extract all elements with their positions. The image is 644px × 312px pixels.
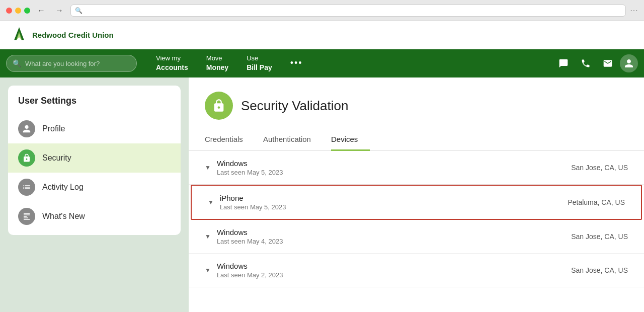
device-name: iPhone [220,194,562,202]
profile-icon [18,120,35,137]
chevron-icon: ▼ [205,233,211,240]
nav-billpay-top: Use [247,54,258,63]
sidebar-profile-label: Profile [42,124,65,133]
device-item[interactable]: ▼ Windows Last seen May 5, 2023 San Jose… [189,151,644,185]
sidebar-item-security[interactable]: Security [8,143,181,173]
user-avatar[interactable] [620,54,638,72]
sidebar-item-whats-new[interactable]: What's New [8,202,181,231]
tab-devices[interactable]: Devices [331,130,370,151]
email-button[interactable] [598,53,618,73]
nav-link-money[interactable]: Move Money [197,54,237,72]
device-location: San Jose, CA, US [571,266,628,274]
sidebar-security-label: Security [42,153,71,163]
tab-credentials[interactable]: Credentials [205,130,255,151]
search-icon: 🔍 [13,59,21,67]
traffic-lights [6,8,30,14]
sidebar: User Settings Profile Security [0,77,189,312]
device-item-highlighted[interactable]: ▼ iPhone Last seen May 5, 2023 Petaluma,… [191,185,642,220]
address-bar[interactable]: 🔍 [70,5,626,17]
device-name: Windows [217,159,565,168]
search-bar[interactable]: 🔍 [6,55,137,72]
device-location: San Jose, CA, US [571,232,628,241]
nav-accounts-sub: Accounts [156,63,188,72]
app: Redwood Credit Union 🔍 View my Accounts … [0,21,644,312]
device-last-seen: Last seen May 5, 2023 [220,203,562,211]
phone-icon [581,58,591,68]
sidebar-item-profile[interactable]: Profile [8,114,181,143]
sv-icon [205,92,233,120]
sidebar-card: User Settings Profile Security [8,86,181,235]
logo-icon [10,26,28,44]
nav-bar: 🔍 View my Accounts Move Money Use Bill P… [0,49,644,77]
device-last-seen: Last seen May 4, 2023 [217,238,565,245]
security-icon [18,149,35,167]
device-location: Petaluma, CA, US [568,198,625,206]
device-location: San Jose, CA, US [571,164,628,172]
logo[interactable]: Redwood Credit Union [10,26,114,44]
device-info: Windows Last seen May 4, 2023 [217,228,565,245]
device-last-seen: Last seen May 2, 2023 [217,271,565,279]
chat-button[interactable] [553,53,574,73]
device-list: ▼ Windows Last seen May 5, 2023 San Jose… [189,151,644,287]
sv-title: Security Validation [241,98,348,114]
sidebar-item-activity-log[interactable]: Activity Log [8,173,181,202]
toolbar-icon: ⋯ [630,6,638,15]
sidebar-activity-label: Activity Log [42,183,84,192]
device-last-seen: Last seen May 5, 2023 [217,169,565,176]
top-bar: Redwood Credit Union [0,21,644,49]
address-search-icon: 🔍 [75,7,83,14]
nav-money-sub: Money [206,63,228,72]
search-input[interactable] [25,60,130,67]
nav-link-billpay[interactable]: Use Bill Pay [237,54,281,72]
content-panel: Security Validation Credentials Authenti… [189,77,644,312]
chat-icon [558,58,569,68]
email-icon [603,58,613,68]
nav-more-button[interactable]: ••• [281,58,312,68]
device-item[interactable]: ▼ Windows Last seen May 4, 2023 San Jose… [189,220,644,254]
device-item[interactable]: ▼ Windows Last seen May 2, 2023 San Jose… [189,254,644,287]
browser-chrome: ← → 🔍 ⋯ [0,0,644,21]
chevron-icon: ▼ [208,199,214,206]
nav-billpay-sub: Bill Pay [247,63,272,72]
device-info: Windows Last seen May 2, 2023 [217,262,565,279]
device-info: iPhone Last seen May 5, 2023 [220,194,562,211]
nav-money-top: Move [206,54,222,63]
sidebar-whats-new-label: What's New [42,212,85,221]
device-name: Windows [217,262,565,270]
chevron-icon: ▼ [205,267,211,274]
close-button[interactable] [6,8,12,14]
sidebar-title: User Settings [8,96,181,114]
logo-text: Redwood Credit Union [32,31,114,39]
minimize-button[interactable] [15,8,21,14]
tab-authentication[interactable]: Authentication [263,130,323,151]
nav-links: View my Accounts Move Money Use Bill Pay… [147,54,312,72]
device-info: Windows Last seen May 5, 2023 [217,159,565,176]
nav-link-accounts[interactable]: View my Accounts [147,54,197,72]
forward-button[interactable]: → [52,5,66,16]
device-name: Windows [217,228,565,237]
fullscreen-button[interactable] [24,8,30,14]
phone-button[interactable] [576,53,596,73]
nav-accounts-top: View my [156,54,181,63]
main-content: User Settings Profile Security [0,77,644,312]
nav-icons [553,53,638,73]
chevron-icon: ▼ [205,164,211,171]
back-button[interactable]: ← [34,5,48,16]
tabs: Credentials Authentication Devices [189,120,644,151]
sv-header: Security Validation [189,77,644,120]
activity-log-icon [18,179,35,196]
user-icon [624,58,634,68]
whats-new-icon [18,208,35,225]
